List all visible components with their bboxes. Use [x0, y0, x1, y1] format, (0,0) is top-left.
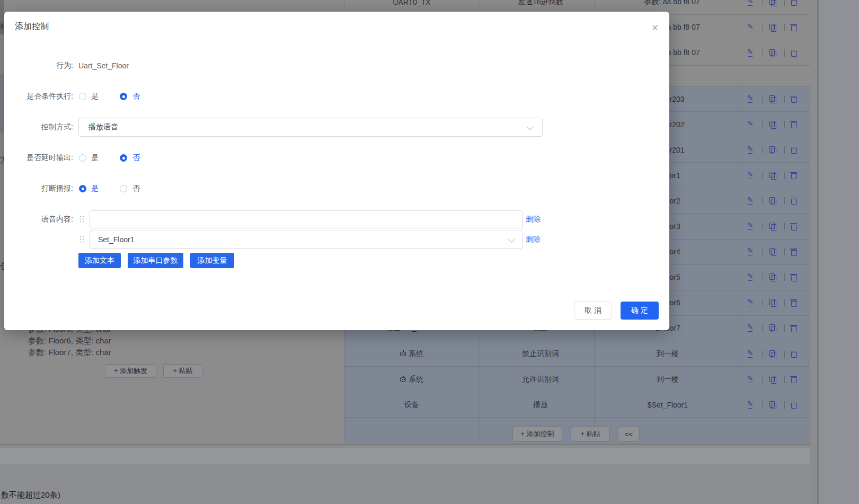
add-trigger-button[interactable]: + 添加触发: [105, 364, 156, 378]
add-serial-param-button[interactable]: 添加串口参数: [128, 253, 183, 268]
add-text-button[interactable]: 添加文本: [78, 253, 121, 268]
divider: [762, 401, 763, 409]
interrupt-no-label[interactable]: 否: [132, 184, 140, 193]
copy-icon[interactable]: [769, 0, 776, 6]
add-control-button[interactable]: + 添加控制: [512, 427, 562, 441]
divider: [762, 299, 763, 306]
delay-no-label[interactable]: 否: [132, 153, 140, 163]
delete-icon[interactable]: [791, 248, 797, 255]
voice-text-input[interactable]: [90, 210, 523, 228]
drag-handle-icon[interactable]: [80, 236, 84, 243]
conditional-no-label[interactable]: 否: [132, 92, 140, 101]
paste-trigger-button[interactable]: + 粘贴: [163, 364, 202, 378]
edit-icon[interactable]: ✎: [747, 171, 754, 178]
delay-output-label: 是否延时输出:: [4, 153, 73, 163]
copy-icon[interactable]: [769, 299, 776, 306]
delete-icon[interactable]: [791, 401, 797, 409]
bottom-band: [0, 448, 810, 464]
conditional-yes-radio[interactable]: [79, 93, 86, 100]
divider: [762, 350, 763, 358]
left-strip-panel: [0, 74, 4, 132]
divider: [762, 49, 763, 57]
delay-yes-radio[interactable]: [79, 154, 86, 162]
copy-icon[interactable]: [769, 121, 776, 128]
table-row[interactable]: 系统禁止识别词到一楼✎: [344, 341, 810, 367]
delete-icon[interactable]: [791, 172, 797, 179]
divider: [784, 197, 785, 205]
control-method-value: 播放语音: [88, 122, 118, 132]
copy-icon[interactable]: [769, 273, 776, 281]
delete-voice-item-link[interactable]: 删除: [526, 235, 541, 244]
control-method-select[interactable]: 播放语音: [78, 118, 543, 137]
interrupt-yes-label[interactable]: 是: [91, 184, 99, 193]
edit-icon[interactable]: ✎: [747, 0, 754, 5]
copy-icon[interactable]: [769, 376, 776, 383]
delete-icon[interactable]: [791, 24, 797, 31]
edit-icon[interactable]: ✎: [747, 222, 754, 229]
edit-icon[interactable]: ✎: [747, 94, 754, 102]
edit-icon[interactable]: ✎: [747, 120, 754, 127]
interrupt-no-radio[interactable]: [120, 185, 127, 192]
collapse-button[interactable]: <<: [618, 427, 640, 441]
copy-icon[interactable]: [769, 350, 776, 358]
delete-icon[interactable]: [791, 49, 797, 57]
row-actions: ✎: [744, 273, 802, 281]
delete-icon[interactable]: [791, 299, 797, 306]
interrupt-yes-radio[interactable]: [79, 185, 86, 192]
edit-icon[interactable]: ✎: [747, 375, 754, 382]
divider: [784, 324, 785, 332]
table-row[interactable]: 系统允许识别词到一楼✎: [344, 367, 810, 392]
delete-icon[interactable]: [791, 376, 797, 383]
delete-icon[interactable]: [791, 273, 797, 281]
copy-icon[interactable]: [769, 146, 776, 154]
drag-handle-icon[interactable]: [80, 216, 84, 223]
voice-variable-select[interactable]: Set_Floor1: [90, 231, 523, 249]
copy-icon[interactable]: [769, 248, 776, 255]
add-variable-button[interactable]: 添加变量: [190, 253, 234, 268]
copy-icon[interactable]: [769, 401, 776, 409]
voice-variable-value: Set_Floor1: [98, 235, 134, 244]
trigger-param-line: 参数: Floor7, 类型: char: [28, 348, 111, 358]
edit-icon[interactable]: ✎: [747, 349, 754, 357]
delay-yes-label[interactable]: 是: [91, 153, 99, 163]
delete-icon[interactable]: [791, 324, 797, 332]
conditional-no-radio[interactable]: [120, 93, 127, 100]
copy-icon[interactable]: [769, 324, 776, 332]
close-icon[interactable]: ✕: [648, 20, 662, 35]
edit-icon[interactable]: ✎: [747, 247, 754, 254]
conditional-yes-label[interactable]: 是: [91, 92, 99, 101]
copy-icon[interactable]: [769, 24, 776, 31]
edit-icon[interactable]: ✎: [747, 323, 754, 331]
copy-icon[interactable]: [769, 197, 776, 205]
chevron-down-icon: [527, 123, 534, 130]
edit-icon[interactable]: ✎: [747, 298, 754, 305]
delete-icon[interactable]: [791, 197, 797, 205]
confirm-button[interactable]: 确 定: [621, 302, 659, 320]
edit-icon[interactable]: ✎: [747, 23, 754, 30]
cancel-button[interactable]: 取 消: [574, 302, 612, 320]
table-row[interactable]: 设备播放$Set_Floor1✎: [344, 392, 810, 418]
edit-icon[interactable]: ✎: [747, 145, 754, 153]
delete-icon[interactable]: [791, 350, 797, 358]
edit-icon[interactable]: ✎: [747, 196, 754, 204]
paste-control-button[interactable]: + 粘贴: [571, 427, 610, 441]
edit-icon[interactable]: ✎: [747, 272, 754, 280]
delay-no-radio[interactable]: [120, 154, 127, 162]
delete-icon[interactable]: [791, 0, 797, 6]
delete-icon[interactable]: [791, 223, 797, 230]
divider: [762, 197, 763, 205]
edit-icon[interactable]: ✎: [747, 400, 754, 408]
limit-note: 数不能超过20条): [1, 490, 60, 500]
delete-voice-item-link[interactable]: 删除: [526, 215, 541, 224]
copy-icon[interactable]: [769, 172, 776, 179]
divider: [784, 223, 785, 230]
row-name-cell: 系统: [400, 375, 423, 384]
copy-icon[interactable]: [769, 223, 776, 230]
row-actions: ✎: [744, 23, 802, 32]
copy-icon[interactable]: [769, 49, 776, 57]
delete-icon[interactable]: [791, 146, 797, 154]
delete-icon[interactable]: [791, 95, 797, 103]
copy-icon[interactable]: [769, 95, 776, 103]
delete-icon[interactable]: [791, 121, 797, 128]
edit-icon[interactable]: ✎: [747, 48, 754, 56]
